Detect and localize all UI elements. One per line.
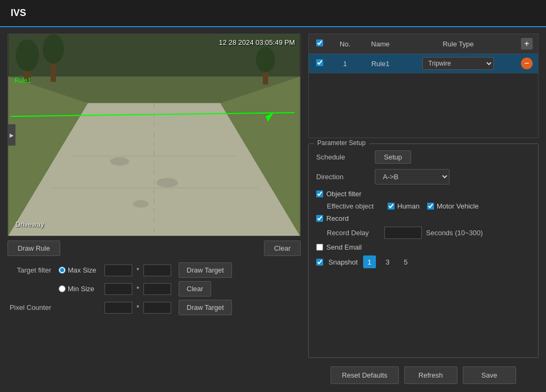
max-width-input[interactable]: 8191: [105, 265, 132, 276]
send-email-row: Send Email: [316, 243, 531, 251]
add-rule-button[interactable]: +: [521, 38, 533, 50]
record-checkbox[interactable]: [316, 215, 323, 222]
direction-row: Direction A->B B->A A<->B: [316, 169, 531, 185]
param-setup-legend: Parameter Setup: [314, 139, 369, 147]
rules-table-header: No. Name Rule Type +: [309, 34, 538, 54]
controls-bar: Draw Rule Clear: [7, 241, 301, 256]
setup-button[interactable]: Setup: [375, 150, 411, 164]
min-sep: *: [136, 285, 139, 293]
pixel-counter-width[interactable]: 0: [105, 302, 132, 314]
camera-timestamp: 12 28 2024 03:05:49 PM: [219, 38, 295, 46]
snapshot-num-1[interactable]: 1: [363, 255, 376, 268]
page-title: IVS: [11, 7, 26, 18]
col-rule-type-header: Rule Type: [401, 34, 516, 54]
col-checkbox-header: [309, 34, 330, 54]
object-filter-label: Object filter: [326, 190, 362, 198]
motor-vehicle-checkbox[interactable]: [427, 203, 434, 210]
select-all-checkbox[interactable]: [316, 39, 323, 46]
record-delay-label: Record Delay: [327, 229, 380, 237]
camera-scene-svg: [8, 34, 300, 236]
min-size-radio-label[interactable]: Min Size: [59, 285, 101, 293]
col-name-header: Name: [360, 34, 400, 54]
draw-target-2-button[interactable]: Draw Target: [179, 300, 232, 315]
effective-object-row: Effective object Human Motor Vehicle: [327, 202, 531, 210]
reset-defaults-button[interactable]: Reset Defaults: [331, 366, 398, 384]
draw-rule-button[interactable]: Draw Rule: [7, 241, 60, 256]
refresh-button[interactable]: Refresh: [404, 366, 457, 384]
rule-type-select[interactable]: Tripwire Intrusion Abandoned Object: [422, 57, 494, 70]
svg-point-7: [15, 39, 39, 71]
record-row: Record: [316, 214, 531, 222]
max-size-radio[interactable]: [59, 267, 66, 274]
svg-point-14: [133, 200, 149, 207]
row-remove-cell[interactable]: −: [516, 54, 538, 74]
min-width-input[interactable]: 0: [105, 283, 132, 295]
max-sep: *: [136, 266, 139, 274]
schedule-label: Schedule: [316, 153, 370, 161]
human-label: Human: [397, 202, 420, 210]
camera-feed: 12 28 2024 03:05:49 PM Rule1 Driveway ▶: [7, 34, 301, 236]
seconds-label: Seconds (10~300): [426, 229, 483, 237]
col-no-header: No.: [330, 34, 360, 54]
max-size-label: Max Size: [68, 266, 96, 274]
svg-point-9: [43, 34, 64, 64]
remove-rule-button[interactable]: −: [521, 58, 533, 69]
pixel-counter-height[interactable]: 0: [143, 302, 171, 314]
camera-rule-label: Rule1: [14, 77, 31, 84]
row-name-cell: Rule1: [360, 54, 400, 74]
svg-point-13: [157, 178, 178, 188]
clear-top-button[interactable]: Clear: [264, 241, 301, 256]
left-panel: 12 28 2024 03:05:49 PM Rule1 Driveway ▶ …: [7, 34, 301, 384]
main-content: 12 28 2024 03:05:49 PM Rule1 Driveway ▶ …: [0, 27, 546, 390]
pixel-counter-label: Pixel Counter: [7, 303, 55, 311]
max-size-radio-label[interactable]: Max Size: [59, 266, 101, 274]
max-size-row: Target filter Max Size 8191 * 8191 Draw …: [7, 262, 301, 278]
min-height-input[interactable]: 0: [143, 283, 171, 295]
pixel-sep: *: [136, 303, 139, 311]
min-size-row: Min Size 0 * 0 Clear: [7, 281, 301, 297]
schedule-row: Schedule Setup: [316, 150, 531, 164]
row-checkbox-cell[interactable]: [309, 54, 330, 74]
rules-table-wrapper: No. Name Rule Type + 1 R: [308, 34, 539, 138]
snapshot-checkbox[interactable]: [316, 259, 323, 266]
target-filter-grid: Target filter Max Size 8191 * 8191 Draw …: [7, 262, 301, 315]
motor-vehicle-item: Motor Vehicle: [427, 202, 479, 210]
save-button[interactable]: Save: [463, 366, 516, 384]
rules-table-body: 1 Rule1 Tripwire Intrusion Abandoned Obj…: [309, 54, 538, 74]
target-filter-label: Target filter: [7, 266, 55, 274]
record-delay-row: Record Delay 10 Seconds (10~300): [327, 227, 531, 239]
pixel-counter-row: Pixel Counter 0 * 0 Draw Target: [7, 300, 301, 315]
clear-mid-button[interactable]: Clear: [179, 281, 211, 297]
min-size-radio[interactable]: [59, 285, 66, 292]
snapshot-label: Snapshot: [328, 258, 358, 266]
camera-location-label: Driveway: [15, 220, 44, 228]
param-setup-panel: Parameter Setup Schedule Setup Direction…: [308, 143, 539, 358]
col-add-header: +: [516, 34, 538, 54]
snapshot-row: Snapshot 1 3 5: [316, 255, 531, 268]
effective-object-label: Effective object: [327, 202, 380, 210]
direction-label: Direction: [316, 173, 370, 181]
snapshot-num-3[interactable]: 3: [381, 255, 394, 268]
min-size-label: Min Size: [68, 285, 94, 293]
row-rule-type-cell: Tripwire Intrusion Abandoned Object: [401, 54, 516, 74]
object-filter-checkbox[interactable]: [316, 190, 323, 197]
edge-arrow-icon: ▶: [8, 124, 15, 146]
object-filter-row: Object filter: [316, 190, 531, 198]
svg-point-12: [110, 157, 129, 166]
row-no-cell: 1: [330, 54, 360, 74]
direction-select[interactable]: A->B B->A A<->B: [375, 169, 449, 185]
table-row[interactable]: 1 Rule1 Tripwire Intrusion Abandoned Obj…: [309, 54, 538, 74]
row-checkbox[interactable]: [316, 59, 323, 66]
svg-point-11: [256, 47, 275, 73]
send-email-checkbox[interactable]: [316, 244, 323, 251]
rules-table: No. Name Rule Type + 1 R: [309, 34, 538, 74]
max-height-input[interactable]: 8191: [143, 265, 171, 276]
record-delay-input[interactable]: 10: [384, 227, 422, 239]
right-panel: No. Name Rule Type + 1 R: [308, 34, 539, 384]
motor-vehicle-label: Motor Vehicle: [437, 202, 479, 210]
snapshot-num-5[interactable]: 5: [399, 255, 412, 268]
draw-target-1-button[interactable]: Draw Target: [179, 262, 232, 278]
send-email-label: Send Email: [326, 243, 362, 251]
human-item: Human: [388, 202, 420, 210]
human-checkbox[interactable]: [388, 203, 395, 210]
